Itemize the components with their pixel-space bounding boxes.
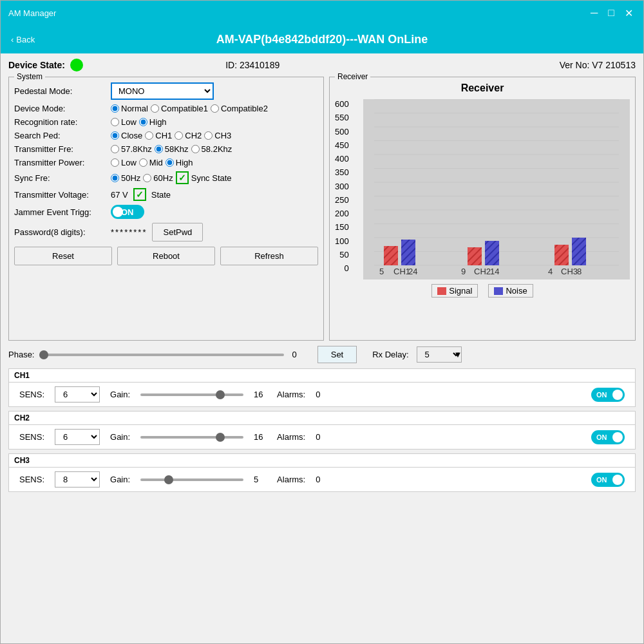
ch1-section: CH1 SENS: 12345678910 Gain: 16 Alarms: 0… — [8, 368, 636, 407]
device-mode-compat1[interactable]: Compatible1 — [151, 104, 208, 113]
channel-sections: CH1 SENS: 12345678910 Gain: 16 Alarms: 0… — [8, 368, 636, 492]
reboot-button[interactable]: Reboot — [117, 247, 215, 265]
main-panels: System Pedestal Mode: MONO DUAL Device M… — [8, 77, 636, 341]
search-ped-ch1[interactable]: CH1 — [145, 131, 172, 140]
tx-fre-582[interactable]: 58.2Khz — [191, 144, 232, 154]
signal-color — [437, 287, 446, 295]
transmitter-power-label: Transmitter Power: — [14, 158, 111, 167]
pedestal-mode-label: Pedestal Mode: — [14, 86, 111, 96]
title-bar: AM Manager ─ □ ✕ — [1, 1, 643, 25]
sync-fre-row: Sync Fre: 50Hz 60Hz Sync State — [14, 171, 318, 184]
phase-row: Phase: 0 Set Rx Delay: 5 1234 678 ▼ — [8, 346, 636, 363]
signal-label: Signal — [449, 286, 472, 296]
transmitter-fre-label: Transmitter Fre: — [14, 144, 111, 154]
transmitter-voltage-controls: 67 V State — [111, 188, 171, 201]
transmitter-voltage-row: Transmitter Voltage: 67 V State — [14, 188, 318, 201]
ch1-toggle[interactable]: ON — [591, 388, 625, 402]
pedestal-mode-select[interactable]: MONO DUAL — [111, 82, 214, 100]
ch1-gain-slider[interactable] — [140, 393, 243, 396]
pedestal-mode-row: Pedestal Mode: MONO DUAL — [14, 82, 318, 100]
password-controls: ******** SetPwd — [111, 223, 203, 242]
transmitter-voltage-value: 67 V — [111, 190, 128, 200]
search-ped-row: Search Ped: Close CH1 CH2 CH3 — [14, 131, 318, 140]
jammer-event-label: Jammer Event Trigg: — [14, 207, 111, 217]
ch2-noise-bar — [485, 241, 499, 265]
ch1-row: SENS: 12345678910 Gain: 16 Alarms: 0 ON — [9, 383, 635, 406]
maximize-button[interactable]: □ — [605, 7, 617, 19]
refresh-button[interactable]: Refresh — [220, 247, 318, 265]
jammer-event-controls: ON — [111, 205, 144, 219]
ch3-gain-slider[interactable] — [140, 478, 243, 481]
ch1-sens-select[interactable]: 12345678910 — [55, 386, 100, 402]
ch3-sens-label: SENS: — [19, 475, 44, 484]
password-label: Password(8 digits): — [14, 227, 111, 237]
phase-label: Phase: — [8, 350, 34, 359]
password-row: Password(8 digits): ******** SetPwd — [14, 223, 318, 242]
ch2-right-label: 14 — [490, 267, 499, 276]
ch3-toggle[interactable]: ON — [591, 473, 625, 487]
close-button[interactable]: ✕ — [622, 7, 636, 19]
ch1-right-label: 24 — [408, 267, 417, 276]
ch2-gain-value: 16 — [254, 432, 267, 442]
ch2-toggle[interactable]: ON — [591, 430, 625, 444]
back-button[interactable]: ‹ Back — [11, 35, 35, 44]
tx-fre-58[interactable]: 58Khz — [155, 144, 189, 154]
minimize-button[interactable]: ─ — [588, 7, 600, 19]
ch1-noise-bar — [401, 240, 415, 265]
sync-state-label: Sync State — [191, 173, 232, 183]
ch3-row: SENS: 12345678910 Gain: 5 Alarms: 0 ON — [9, 468, 635, 491]
search-ped-controls: Close CH1 CH2 CH3 — [111, 131, 231, 140]
set-pwd-button[interactable]: SetPwd — [152, 223, 203, 242]
jammer-toggle-label: ON — [121, 207, 134, 217]
receiver-panel: Receiver Receiver 600 550 500 450 400 35… — [329, 77, 636, 341]
ch1-sens-label: SENS: — [19, 390, 44, 399]
tx-power-mid[interactable]: Mid — [139, 158, 163, 167]
ch2-gain-label: Gain: — [110, 432, 130, 442]
search-ped-ch3[interactable]: CH3 — [204, 131, 231, 140]
reset-button[interactable]: Reset — [14, 247, 112, 265]
transmitter-power-controls: Low Mid High — [111, 158, 193, 167]
status-indicator — [70, 59, 83, 71]
device-mode-normal[interactable]: Normal — [111, 104, 148, 113]
ch2-sens-select[interactable]: 12345678910 — [55, 429, 100, 445]
rx-delay-label: Rx Delay: — [372, 350, 408, 359]
window-controls: ─ □ ✕ — [588, 7, 636, 19]
device-state-label: Device State: — [8, 60, 65, 70]
ch3-signal-bar — [554, 245, 569, 265]
ch2-toggle-knob — [612, 432, 623, 442]
password-value: ******** — [111, 227, 147, 237]
sync-fre-60hz[interactable]: 60Hz — [143, 173, 173, 183]
ch2-name-label: CH2 — [474, 267, 491, 276]
ver-no: Ver No: V7 210513 — [560, 60, 636, 70]
ch3-sens-select[interactable]: 12345678910 — [55, 471, 100, 488]
recog-rate-low[interactable]: Low — [111, 117, 137, 127]
recog-rate-high[interactable]: High — [139, 117, 167, 127]
search-ped-close[interactable]: Close — [111, 131, 142, 140]
tx-power-low[interactable]: Low — [111, 158, 137, 167]
noise-legend: Noise — [488, 284, 533, 298]
tx-power-high[interactable]: High — [166, 158, 193, 167]
transmitter-power-row: Transmitter Power: Low Mid High — [14, 158, 318, 167]
rx-delay-select[interactable]: 5 1234 678 — [417, 346, 462, 363]
bar-chart: 5 CH1 24 9 CH2 14 4 — [363, 99, 630, 279]
ch3-left-label: 4 — [548, 267, 553, 276]
set-button[interactable]: Set — [317, 346, 357, 363]
nav-bar: ‹ Back AM-VAP(b4e842bddf20)---WAN OnLine — [1, 25, 643, 53]
app-title: AM Manager — [8, 8, 56, 18]
ch2-sens-label: SENS: — [19, 432, 44, 442]
ch3-alarms-value: 0 — [316, 475, 320, 484]
device-mode-label: Device Mode: — [14, 104, 111, 113]
sync-fre-50hz[interactable]: 50Hz — [111, 173, 140, 183]
phase-slider[interactable] — [39, 354, 284, 356]
transmitter-voltage-label: Transmitter Voltage: — [14, 190, 111, 200]
tx-fre-578[interactable]: 57.8Khz — [111, 144, 152, 154]
jammer-toggle[interactable]: ON — [111, 205, 144, 219]
ch2-header: CH2 — [9, 412, 635, 425]
ch3-alarms-label: Alarms: — [277, 475, 305, 484]
recognition-rate-row: Recognition rate: Low High — [14, 117, 318, 127]
system-panel: System Pedestal Mode: MONO DUAL Device M… — [8, 77, 324, 341]
ch2-gain-slider[interactable] — [140, 436, 243, 439]
device-mode-compat2[interactable]: Compatible2 — [211, 104, 268, 113]
ch3-section: CH3 SENS: 12345678910 Gain: 5 Alarms: 0 … — [8, 453, 636, 492]
search-ped-ch2[interactable]: CH2 — [175, 131, 202, 140]
